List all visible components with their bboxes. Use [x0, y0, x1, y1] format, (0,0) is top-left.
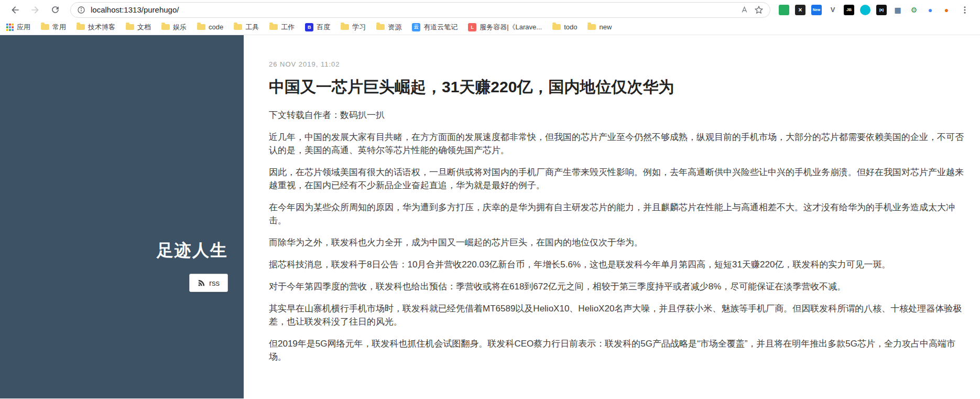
browser-chrome: localhost:1313/purehugo/ × New V JB (a) … — [0, 0, 980, 35]
extension-icon-1[interactable] — [779, 5, 789, 15]
kebab-menu-icon — [960, 5, 970, 15]
bookmark-item[interactable]: 学习 — [341, 23, 366, 32]
back-button[interactable] — [7, 2, 23, 18]
post-date: 26 NOV 2019, 11:02 — [269, 60, 972, 68]
bookmark-label: new — [599, 23, 612, 31]
extension-icon-6[interactable] — [860, 5, 870, 15]
translate-icon[interactable] — [740, 5, 749, 14]
bookmark-item[interactable]: 娱乐 — [161, 23, 187, 32]
forward-button[interactable] — [27, 2, 43, 18]
bookmark-label: 应用 — [17, 23, 30, 32]
bookmark-item-apps[interactable]: 应用 — [6, 23, 30, 32]
folder-icon — [161, 24, 170, 30]
article-paragraph: 对于今年第四季度的营收，联发科也给出预估：季营收或将在618到672亿元之间，相… — [269, 280, 972, 293]
bookmarks-bar: 应用 常用 技术博客 文档 娱乐 code 工具 工作 B百度 学习 资源 云有… — [0, 19, 980, 35]
chrome-menu-button[interactable] — [957, 2, 973, 18]
laravel-icon: L — [468, 23, 476, 31]
folder-icon — [234, 24, 242, 30]
bookmark-item[interactable]: todo — [552, 23, 577, 31]
rss-button[interactable]: rss — [189, 274, 228, 292]
folder-icon — [126, 24, 134, 30]
bookmark-label: 文档 — [137, 23, 151, 32]
bookmark-item[interactable]: 工具 — [234, 23, 259, 32]
youdao-icon: 云 — [412, 23, 420, 31]
bookmark-label: 工具 — [245, 23, 259, 32]
bookmark-label: 常用 — [52, 23, 66, 32]
bookmark-item[interactable]: code — [197, 23, 223, 31]
bookmark-item-youdao[interactable]: 云有道云笔记 — [412, 23, 458, 32]
bookmark-item-laravel[interactable]: L服务容器|《Larave... — [468, 23, 542, 32]
bookmark-star-icon[interactable] — [754, 5, 764, 15]
extension-icon-8[interactable]: ▦ — [892, 5, 903, 15]
article-paragraph: 因此，在芯片领域美国有很大的话语权，一旦断供或将对国内的手机厂商产生带来毁灭性影… — [269, 166, 972, 192]
folder-icon — [376, 24, 385, 30]
rss-row: rss — [0, 274, 228, 292]
back-arrow-icon — [10, 5, 20, 15]
bookmark-item[interactable]: new — [587, 23, 612, 31]
bookmark-label: 学习 — [352, 23, 366, 32]
bookmark-item[interactable]: 文档 — [126, 23, 151, 32]
extension-icon-5[interactable]: JB — [844, 5, 854, 15]
article-paragraph: 而除华为之外，联发科也火力全开，成为中国又一崛起的芯片巨头，在国内的地位仅次于华… — [269, 236, 972, 249]
folder-icon — [552, 24, 561, 30]
article-paragraph: 其实早在山寨机横行手机市场时，联发科就已经凭借着MT6589以及HelioX10… — [269, 302, 972, 328]
bookmark-label: 资源 — [388, 23, 401, 32]
baidu-icon: B — [305, 23, 313, 31]
article-area: 26 NOV 2019, 11:02 中国又一芯片巨头崛起，31天赚220亿，国… — [244, 35, 980, 398]
extension-icon-11[interactable]: ● — [941, 5, 952, 15]
folder-icon — [269, 24, 278, 30]
bookmark-label: todo — [564, 23, 577, 31]
article-paragraph: 在今年因为某些众所周知的原因，华为遭到多方打压，庆幸的是华为拥有自主研发芯片的能… — [269, 201, 972, 227]
article-paragraph: 近几年，中国的发展大家有目共睹，在方方面面的发展速度都非常快，但我国的芯片产业至… — [269, 131, 972, 157]
url-text[interactable]: localhost:1313/purehugo/ — [91, 5, 735, 14]
post-title: 中国又一芯片巨头崛起，31天赚220亿，国内地位仅次华为 — [269, 77, 972, 98]
folder-icon — [77, 24, 85, 30]
bookmark-item-baidu[interactable]: B百度 — [305, 23, 330, 32]
rss-icon — [198, 279, 205, 287]
extension-icon-7[interactable]: (a) — [876, 5, 887, 15]
refresh-icon — [50, 5, 60, 15]
folder-icon — [197, 24, 205, 30]
extension-icon-10[interactable]: ● — [925, 5, 935, 15]
page-info-icon[interactable] — [77, 6, 85, 14]
browser-toolbar: localhost:1313/purehugo/ × New V JB (a) … — [0, 0, 980, 19]
page-content: 足迹人生 rss 26 NOV 2019, 11:02 中国又一芯片巨头崛起，3… — [0, 35, 980, 398]
folder-icon — [41, 24, 49, 30]
blog-title[interactable]: 足迹人生 — [157, 239, 228, 262]
extensions-row: × New V JB (a) ▦ ⚙ ● ● — [779, 5, 952, 15]
folder-icon — [341, 24, 349, 30]
rss-label: rss — [209, 278, 220, 287]
bookmark-item[interactable]: 技术博客 — [77, 23, 115, 32]
extension-icon-3[interactable]: New — [811, 5, 822, 15]
bookmark-label: 百度 — [317, 23, 330, 32]
blog-sidebar: 足迹人生 rss — [0, 35, 244, 398]
bookmark-label: 有道云笔记 — [423, 23, 458, 32]
bookmark-label: 技术博客 — [88, 23, 115, 32]
article-paragraph: 但2019年是5G网络元年，联发科也抓住机会试图翻身。联发科CEO蔡力行日前表示… — [269, 337, 972, 363]
bookmark-label: code — [209, 23, 223, 31]
refresh-button[interactable] — [47, 2, 63, 18]
bookmark-item[interactable]: 资源 — [376, 23, 401, 32]
article-author-line: 下文转载自作者：数码扒一扒 — [269, 109, 972, 122]
folder-icon — [587, 24, 596, 30]
bookmark-label: 娱乐 — [173, 23, 187, 32]
bookmark-item[interactable]: 工作 — [269, 23, 295, 32]
bookmark-label: 工作 — [281, 23, 295, 32]
address-bar[interactable]: localhost:1313/purehugo/ — [70, 2, 770, 18]
bookmark-label: 服务容器|《Larave... — [480, 23, 542, 32]
extension-icon-2[interactable]: × — [795, 5, 805, 15]
article-paragraph: 据芯科技消息，联发科于8日公告：10月合并营收220.03亿新台币，年增长5.6… — [269, 258, 972, 271]
extension-icon-9[interactable]: ⚙ — [909, 5, 919, 15]
bookmark-item[interactable]: 常用 — [41, 23, 66, 32]
forward-arrow-icon — [30, 5, 40, 15]
apps-grid-icon — [6, 24, 14, 31]
extension-icon-4[interactable]: V — [827, 5, 838, 15]
